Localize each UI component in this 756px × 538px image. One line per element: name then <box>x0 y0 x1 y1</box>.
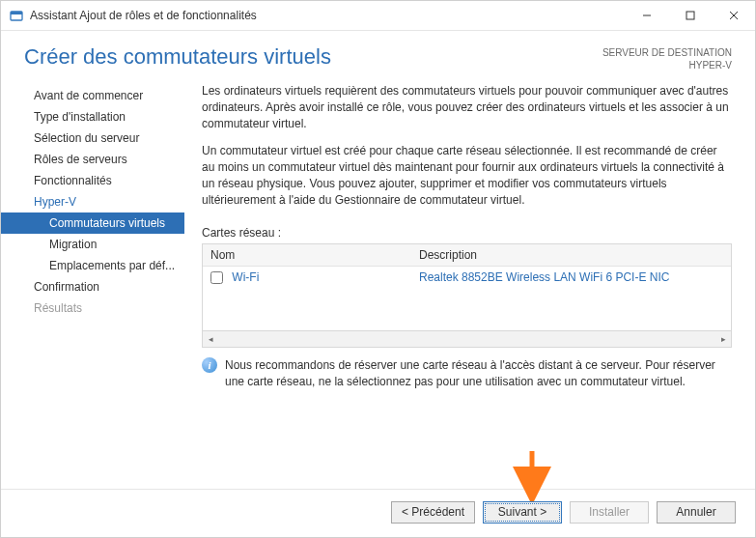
nav-before-you-begin[interactable]: Avant de commencer <box>1 85 184 106</box>
header: Créer des commutateurs virtuels SERVEUR … <box>1 31 755 81</box>
previous-button[interactable]: < Précédent <box>391 501 475 524</box>
nic-row[interactable]: Wi-Fi Realtek 8852BE Wireless LAN WiFi 6… <box>203 266 731 288</box>
intro-paragraph-2: Un commutateur virtuel est créé pour cha… <box>202 143 732 208</box>
nic-table: Nom Description Wi-Fi Realtek 8852BE Wir… <box>202 243 732 331</box>
install-button: Installer <box>570 501 649 524</box>
nav-installation-type[interactable]: Type d'installation <box>1 106 184 127</box>
col-name-header[interactable]: Nom <box>203 244 411 267</box>
nav-virtual-switches[interactable]: Commutateurs virtuels <box>1 212 184 234</box>
window-controls <box>625 1 755 30</box>
window-title: Assistant Ajout de rôles et de fonctionn… <box>30 9 625 22</box>
svg-rect-3 <box>686 12 694 19</box>
scroll-right-icon[interactable]: ▸ <box>715 331 731 347</box>
horizontal-scrollbar[interactable]: ◂ ▸ <box>202 331 732 348</box>
destination-server: HYPER-V <box>602 59 732 71</box>
nav-migration[interactable]: Migration <box>1 234 184 255</box>
body: Avant de commencer Type d'installation S… <box>1 81 755 489</box>
next-button[interactable]: Suivant > <box>483 501 562 524</box>
destination-label: SERVEUR DE DESTINATION <box>602 46 732 59</box>
nic-table-label: Cartes réseau : <box>202 226 732 240</box>
close-button[interactable] <box>712 1 755 30</box>
nav-server-selection[interactable]: Sélection du serveur <box>1 127 184 149</box>
page-title: Créer des commutateurs virtuels <box>24 44 602 70</box>
scroll-left-icon[interactable]: ◂ <box>203 331 218 347</box>
table-spacer <box>203 288 731 330</box>
app-icon <box>9 8 24 23</box>
info-note: i Nous recommandons de réserver une cart… <box>202 357 732 390</box>
maximize-button[interactable] <box>668 1 712 30</box>
nic-checkbox[interactable] <box>210 271 223 284</box>
nav-features[interactable]: Fonctionnalités <box>1 170 184 191</box>
nav-results: Résultats <box>1 297 184 319</box>
nic-description: Realtek 8852BE Wireless LAN WiFi 6 PCI-E… <box>411 266 731 288</box>
info-text: Nous recommandons de réserver une carte … <box>225 357 732 390</box>
wizard-sidebar: Avant de commencer Type d'installation S… <box>1 81 184 489</box>
col-desc-header[interactable]: Description <box>411 244 731 267</box>
footer-buttons: < Précédent Suivant > Installer Annuler <box>1 489 755 537</box>
info-icon: i <box>202 357 217 373</box>
nav-hyper-v[interactable]: Hyper-V <box>1 191 184 212</box>
nic-name: Wi-Fi <box>232 270 259 284</box>
cancel-button[interactable]: Annuler <box>657 501 736 524</box>
svg-rect-1 <box>11 12 22 14</box>
titlebar: Assistant Ajout de rôles et de fonctionn… <box>1 1 755 30</box>
wizard-window: Assistant Ajout de rôles et de fonctionn… <box>0 0 756 538</box>
destination-block: SERVEUR DE DESTINATION HYPER-V <box>602 44 732 71</box>
nav-server-roles[interactable]: Rôles de serveurs <box>1 149 184 170</box>
minimize-button[interactable] <box>625 1 668 30</box>
intro-paragraph-1: Les ordinateurs virtuels requièrent des … <box>202 83 732 131</box>
nav-confirmation[interactable]: Confirmation <box>1 276 184 297</box>
content-pane: Les ordinateurs virtuels requièrent des … <box>184 81 742 489</box>
nav-default-stores[interactable]: Emplacements par déf... <box>1 255 184 276</box>
